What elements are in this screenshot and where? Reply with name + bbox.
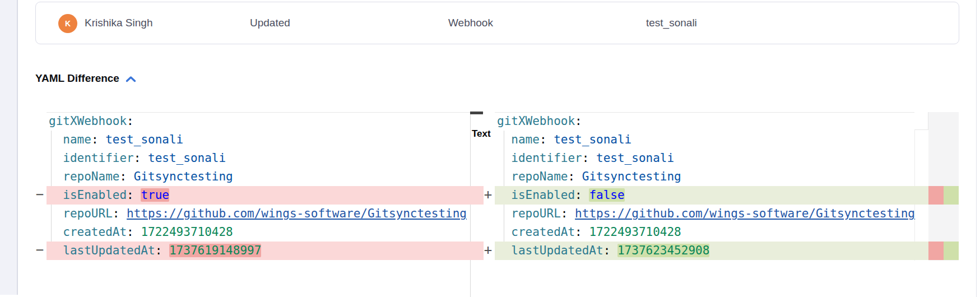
code-line-content: isEnabled: false — [495, 186, 928, 205]
diff-line: repoURL: https://github.com/wings-softwa… — [481, 205, 928, 223]
code-token-plain — [49, 244, 63, 257]
repo-url-link[interactable]: https://github.com/wings-software/Gitsyn… — [575, 207, 915, 220]
diff-line: repoURL: https://github.com/wings-softwa… — [33, 205, 484, 223]
gutter-spacer — [481, 149, 495, 168]
diff-line: identifier: test_sonali — [481, 149, 928, 168]
container-right-border — [976, 0, 977, 297]
code-token-value: test_sonali — [596, 151, 674, 165]
code-line-content: createdAt: 1722493710428 — [495, 223, 928, 242]
code-token-key: lastUpdatedAt — [511, 244, 603, 257]
code-token-key: identifier — [511, 151, 582, 165]
code-line-content: lastUpdatedAt: 1737619148997 — [47, 242, 484, 260]
code-token-plain: : — [134, 151, 148, 165]
code-line-content: repoName: Gitsynctesting — [495, 168, 928, 186]
diff-line: name: test_sonali — [481, 131, 928, 149]
code-token-key: identifier — [63, 151, 133, 165]
code-line-content: repoURL: https://github.com/wings-softwa… — [495, 205, 928, 223]
code-token-key: name — [63, 133, 91, 146]
code-token-plain: : — [575, 114, 582, 128]
diff-right-editor[interactable]: gitXWebhook: name: test_sonali identifie… — [481, 112, 928, 260]
added-line-marker: + — [481, 242, 495, 260]
code-line-content: lastUpdatedAt: 1737623452908 — [495, 242, 928, 260]
ruler-removed-mark — [928, 242, 944, 260]
code-token-plain: : — [127, 225, 141, 239]
audit-resource-type: Webhook — [448, 2, 493, 44]
avatar: K — [58, 14, 77, 33]
code-token-plain: : — [91, 133, 105, 146]
code-line-content: identifier: test_sonali — [495, 149, 928, 168]
code-token-plain: : — [575, 188, 589, 202]
code-line-content: createdAt: 1722493710428 — [47, 223, 484, 242]
audit-resource-name: test_sonali — [646, 2, 697, 44]
diff-sash-handle[interactable] — [470, 112, 483, 114]
repo-url-link[interactable]: https://github.com/wings-software/Gitsyn… — [127, 207, 467, 220]
code-token-key: isEnabled — [511, 188, 575, 202]
code-token-plain — [497, 244, 511, 257]
diff-mode-label: Text — [472, 128, 491, 140]
code-token-plain — [49, 133, 63, 146]
code-line-content: gitXWebhook: — [495, 112, 928, 131]
gutter-spacer — [481, 223, 495, 242]
overview-ruler-change-mark — [928, 242, 959, 260]
page-left-rail — [0, 0, 18, 295]
code-token-value: Gitsynctesting — [134, 170, 233, 183]
code-line-content: name: test_sonali — [495, 131, 928, 149]
diff-line-removed: − isEnabled: true — [33, 186, 484, 205]
removed-line-marker: − — [33, 186, 47, 205]
chevron-up-icon[interactable] — [125, 75, 137, 83]
diff-left-editor[interactable]: gitXWebhook: name: test_sonali identifie… — [33, 112, 484, 260]
gutter-spacer — [33, 223, 47, 242]
code-token-number: 1722493710428 — [141, 225, 233, 239]
code-token-plain: : — [127, 188, 141, 202]
diff-line: repoName: Gitsynctesting — [33, 168, 484, 186]
diff-line: gitXWebhook: — [481, 112, 928, 131]
code-token-plain — [497, 225, 511, 239]
code-token-number: 1722493710428 — [589, 225, 681, 239]
code-token-key: repoURL — [511, 207, 561, 220]
ruler-removed-mark — [928, 186, 944, 205]
code-token-key: lastUpdatedAt — [63, 244, 155, 257]
code-token-plain: : — [575, 225, 589, 239]
code-line-content: identifier: test_sonali — [47, 149, 484, 168]
diff-line-removed: − lastUpdatedAt: 1737619148997 — [33, 242, 484, 260]
code-token-plain — [49, 188, 63, 202]
code-token-key: createdAt — [511, 225, 575, 239]
code-token-key: repoURL — [63, 207, 113, 220]
yaml-difference-header: YAML Difference — [35, 72, 137, 85]
code-token-key: createdAt — [63, 225, 127, 239]
code-token-key: repoName — [511, 170, 568, 183]
code-token-value: test_sonali — [105, 133, 183, 146]
code-token-plain — [49, 151, 63, 165]
overview-ruler[interactable] — [928, 112, 959, 261]
code-line-content: repoURL: https://github.com/wings-softwa… — [47, 205, 484, 223]
code-token-plain — [497, 151, 511, 165]
diff-line: identifier: test_sonali — [33, 149, 484, 168]
added-line-marker: + — [481, 186, 495, 205]
gutter-spacer — [33, 149, 47, 168]
audit-entry-row[interactable]: K Krishika Singh Updated Webhook test_so… — [35, 2, 959, 44]
ruler-added-mark — [944, 242, 959, 260]
code-token-plain — [49, 225, 63, 239]
code-token-plain — [497, 133, 511, 146]
code-token-plain — [497, 188, 511, 202]
code-token-bool: false — [589, 188, 624, 202]
audit-user: Krishika Singh — [85, 2, 152, 44]
code-token-plain: : — [113, 207, 127, 220]
code-token-number: 1737623452908 — [617, 244, 709, 257]
code-token-plain: : — [127, 114, 134, 128]
code-token-value: test_sonali — [554, 133, 631, 146]
code-line-content: isEnabled: true — [47, 186, 484, 205]
overview-ruler-change-mark — [928, 186, 959, 205]
code-token-key: repoName — [63, 170, 119, 183]
gutter-spacer — [481, 168, 495, 186]
overview-ruler-notch — [914, 112, 928, 130]
code-token-plain: : — [582, 151, 596, 165]
code-token-key: isEnabled — [63, 188, 127, 202]
gutter-spacer — [33, 131, 47, 149]
diff-line: repoName: Gitsynctesting — [481, 168, 928, 186]
code-line-content: gitXWebhook: — [47, 112, 484, 131]
diff-line: name: test_sonali — [33, 131, 484, 149]
ruler-added-mark — [944, 186, 959, 205]
code-token-number: 1737619148997 — [169, 244, 261, 257]
diff-line-added: + lastUpdatedAt: 1737623452908 — [481, 242, 928, 260]
